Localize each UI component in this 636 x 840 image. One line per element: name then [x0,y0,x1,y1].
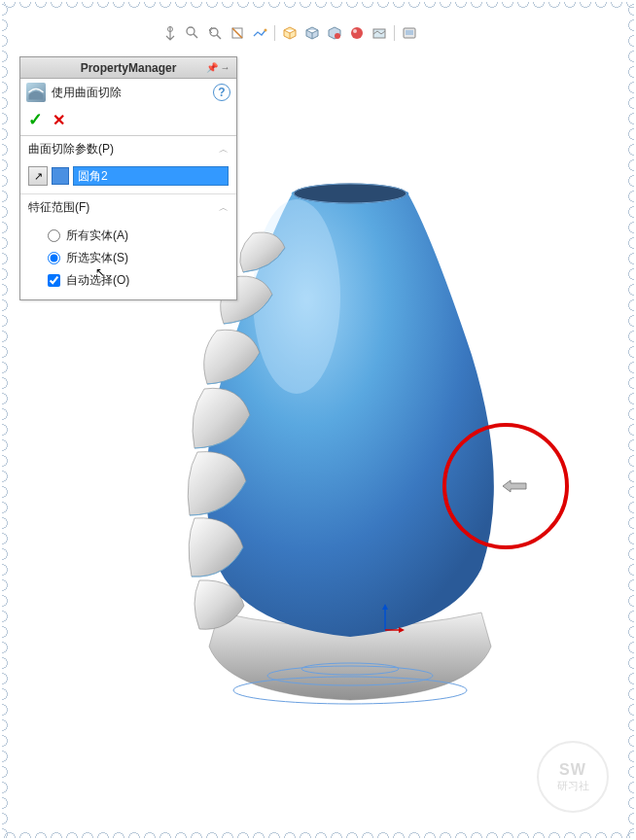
svg-point-5 [335,33,340,39]
watermark-line1: SW [559,761,586,779]
radio-selected-bodies[interactable]: 所选实体(S) [28,247,229,269]
hide-show-items-icon[interactable] [325,23,344,43]
section-label: 特征范围(F) [28,199,89,216]
section-view-icon[interactable] [228,23,247,43]
section-header[interactable]: 特征范围(F) ︿ [20,194,236,221]
checkbox-auto-select[interactable]: 自动选择(O) [28,269,229,292]
annotation-red-circle [442,423,569,549]
svg-point-12 [267,666,433,685]
svg-point-15 [294,184,406,203]
section-header[interactable]: 曲面切除参数(P) ︿ [20,136,236,162]
ok-button[interactable]: ✓ [28,109,43,130]
display-style-icon[interactable] [302,23,322,43]
svg-point-4 [265,29,267,32]
checkbox-label: 自动选择(O) [66,272,129,289]
surface-selection-input[interactable] [73,166,229,186]
surface-selection-row: ↗ [28,166,229,186]
dynamic-annotation-icon[interactable] [250,23,269,43]
svg-rect-8 [373,29,385,38]
panel-title-bar: PropertyManager 📌 → [20,57,236,79]
radio-input[interactable] [48,229,60,242]
previous-view-icon[interactable] [205,23,225,43]
svg-point-1 [187,27,194,35]
svg-point-14 [294,184,406,203]
radio-label: 所有实体(A) [66,228,128,244]
svg-point-11 [233,677,467,704]
confirm-cancel-row: ✓ ✕ [20,106,236,136]
panel-title: PropertyManager [81,61,177,75]
cut-with-surface-icon [26,83,46,102]
chevron-up-icon: ︿ [219,143,229,157]
pin-icon[interactable]: 📌 [205,61,218,74]
chevron-up-icon: ︿ [219,201,229,215]
surface-cut-params-section: 曲面切除参数(P) ︿ ↗ [20,136,236,194]
feature-header-row: 使用曲面切除 ? [20,79,236,106]
panel-pin-controls[interactable]: 📌 → [205,61,232,74]
view-settings-icon[interactable] [400,23,419,43]
apply-scene-icon[interactable] [370,23,389,43]
checkbox-input[interactable] [48,274,60,287]
watermark-badge: SW 研习社 [537,741,609,813]
watermark-line2: 研习社 [557,779,589,793]
feature-scope-section: 特征范围(F) ︿ 所有实体(A) 所选实体(S) 自动选择(O) ↖ [20,194,236,299]
svg-point-16 [253,199,340,394]
zoom-to-fit-icon[interactable] [160,23,180,43]
flip-direction-button[interactable]: ↗ [28,166,48,186]
property-manager-panel: PropertyManager 📌 → 使用曲面切除 ? ✓ ✕ 曲面切除参数(… [19,56,237,300]
radio-all-bodies[interactable]: 所有实体(A) [28,225,229,247]
edit-appearance-icon[interactable] [347,23,367,43]
origin-triad-icon [375,601,405,643]
toolbar-separator [274,25,275,41]
toolbar-separator [394,25,395,41]
feature-title: 使用曲面切除 [52,85,207,101]
svg-point-13 [301,663,399,675]
cancel-button[interactable]: ✕ [53,111,65,129]
expand-icon[interactable]: → [219,61,231,74]
section-label: 曲面切除参数(P) [28,141,114,158]
svg-rect-10 [406,30,413,35]
help-icon[interactable]: ? [213,84,230,101]
svg-point-6 [351,27,363,39]
heads-up-view-toolbar [160,23,419,43]
radio-label: 所选实体(S) [66,250,128,266]
radio-input[interactable] [48,252,60,264]
selection-color-chip [52,167,69,185]
view-orientation-icon[interactable] [280,23,300,43]
zoom-area-icon[interactable] [183,23,202,43]
direction-arrow-icon[interactable] [501,478,528,497]
svg-point-7 [353,29,357,33]
